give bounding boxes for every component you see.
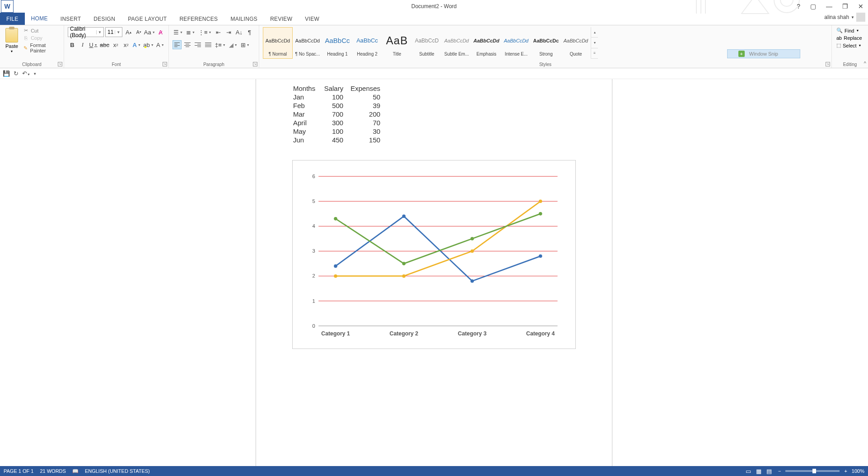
font-size-combo[interactable]: 11▼: [105, 27, 122, 37]
restore-icon[interactable]: ❐: [840, 2, 851, 11]
web-layout-button[interactable]: ▤: [765, 467, 774, 476]
chart[interactable]: 0123456Category 1Category 2Category 3Cat…: [292, 160, 576, 349]
repeat-button[interactable]: ↻: [14, 70, 19, 77]
style-subtleem[interactable]: AaBbCcDdSubtle Em...: [442, 27, 471, 59]
tab-mailings[interactable]: MAILINGS: [224, 13, 264, 25]
styles-up[interactable]: ▴: [591, 27, 598, 38]
text-effects-button[interactable]: A▼: [132, 40, 141, 50]
document-area[interactable]: MonthsSalaryExpenses Jan10050Feb50039Mar…: [0, 79, 868, 466]
style-heading[interactable]: AaBbCcHeading 1: [322, 27, 352, 59]
zoom-out-button[interactable]: −: [778, 468, 781, 474]
zoom-in-button[interactable]: +: [844, 468, 847, 474]
svg-text:Category 1: Category 1: [321, 330, 350, 337]
style-subtitle[interactable]: AaBbCcDSubtitle: [412, 27, 442, 59]
multilevel-button[interactable]: ⋮≡▼: [197, 27, 213, 37]
tab-file[interactable]: FILE: [0, 13, 25, 25]
word-count[interactable]: 21 WORDS: [40, 468, 65, 474]
borders-button[interactable]: ⊞▼: [240, 40, 251, 50]
increase-indent-button[interactable]: ⇥: [224, 27, 233, 37]
shading-button[interactable]: ◢▼: [228, 40, 238, 50]
svg-point-22: [471, 279, 474, 283]
undo-button[interactable]: ↶▼: [22, 70, 30, 77]
italic-button[interactable]: I: [78, 40, 87, 50]
copy-button: ⎘Copy: [22, 35, 60, 41]
align-left-button[interactable]: [173, 40, 182, 49]
save-button[interactable]: 💾: [3, 70, 10, 77]
style-emphasis[interactable]: AaBbCcDdEmphasis: [471, 27, 501, 59]
styles-more[interactable]: ≡: [591, 48, 598, 59]
clipboard-dialog-launcher[interactable]: ⇲: [58, 62, 62, 66]
style-quote[interactable]: AaBbCcDdQuote: [561, 27, 591, 59]
style-normal[interactable]: AaBbCcDd¶ Normal: [263, 27, 293, 59]
account-menu[interactable]: alina shah ▼: [824, 13, 865, 22]
replace-button[interactable]: abReplace: [835, 35, 864, 41]
collapse-ribbon-button[interactable]: ^: [864, 61, 866, 66]
align-center-button[interactable]: [183, 40, 192, 49]
close-icon[interactable]: ✕: [855, 2, 866, 11]
styles-dialog-launcher[interactable]: ⇲: [826, 62, 830, 66]
select-button[interactable]: ⬚Select▼: [835, 42, 864, 49]
decrease-indent-button[interactable]: ⇤: [214, 27, 223, 37]
paintbrush-icon: ✎: [23, 45, 28, 51]
clipboard-group-label: Clipboard: [4, 61, 60, 67]
zoom-level[interactable]: 100%: [852, 468, 864, 474]
svg-text:4: 4: [312, 223, 315, 229]
clear-formatting-button[interactable]: A̷: [156, 27, 165, 37]
style-intensee[interactable]: AaBbCcDdIntense E...: [501, 27, 531, 59]
font-dialog-launcher[interactable]: ⇲: [163, 62, 167, 66]
zoom-slider[interactable]: [785, 470, 840, 472]
style-nospac[interactable]: AaBbCcDd¶ No Spac...: [293, 27, 322, 59]
user-name: alina shah: [824, 14, 849, 20]
find-button[interactable]: 🔍Find▼: [835, 27, 864, 34]
shrink-font-button[interactable]: A▾: [134, 27, 143, 37]
style-strong[interactable]: AaBbCcDcStrong: [531, 27, 561, 59]
tab-view[interactable]: VIEW: [299, 13, 326, 25]
superscript-button[interactable]: x2: [121, 40, 131, 50]
bullets-button[interactable]: ☰▼: [173, 27, 184, 37]
tab-insert[interactable]: INSERT: [54, 13, 88, 25]
help-icon[interactable]: ?: [794, 2, 803, 11]
highlight-button[interactable]: ab▼: [143, 40, 154, 50]
format-painter-button[interactable]: ✎Format Painter: [22, 42, 60, 54]
ribbon-display-icon[interactable]: ▢: [807, 2, 819, 11]
cut-button[interactable]: ✂Cut: [22, 27, 60, 34]
style-heading[interactable]: AaBbCcHeading 2: [352, 27, 382, 59]
style-title[interactable]: AaBTitle: [382, 27, 412, 59]
grow-font-button[interactable]: A▴: [124, 27, 133, 37]
qat-customize-button[interactable]: ▾: [34, 71, 36, 76]
language-indicator[interactable]: ENGLISH (UNITED STATES): [85, 468, 150, 474]
print-layout-button[interactable]: ▦: [754, 467, 763, 476]
tab-references[interactable]: REFERENCES: [173, 13, 224, 25]
line-spacing-button[interactable]: ‡≡▼: [214, 40, 227, 50]
font-name-combo[interactable]: Calibri (Body)▼: [68, 27, 104, 37]
font-color-button[interactable]: A▼: [156, 40, 165, 50]
tab-review[interactable]: REVIEW: [264, 13, 299, 25]
data-table[interactable]: MonthsSalaryExpenses Jan10050Feb50039Mar…: [292, 84, 387, 145]
subscript-button[interactable]: x2: [111, 40, 120, 50]
numbering-button[interactable]: ≣▼: [185, 27, 196, 37]
bold-button[interactable]: B: [68, 40, 77, 50]
styles-down[interactable]: ▾: [591, 38, 598, 48]
window-snip-hint[interactable]: Window Snip: [727, 49, 800, 58]
minimize-icon[interactable]: —: [823, 2, 835, 11]
svg-text:Category 3: Category 3: [458, 330, 487, 337]
tab-design[interactable]: DESIGN: [87, 13, 121, 25]
title-bar: W Document2 - Word ? ▢ — ❐ ✕: [0, 0, 868, 13]
tab-page-layout[interactable]: PAGE LAYOUT: [121, 13, 173, 25]
justify-button[interactable]: [204, 40, 213, 49]
ribbon: Paste ▼ ✂Cut ⎘Copy ✎Format Painter Clipb…: [0, 25, 868, 68]
change-case-button[interactable]: Aa▼: [145, 27, 154, 37]
strikethrough-button[interactable]: abc: [99, 40, 110, 50]
align-right-button[interactable]: [193, 40, 202, 49]
group-editing: 🔍Find▼ abReplace ⬚Select▼ Editing: [832, 25, 868, 68]
paste-button[interactable]: Paste ▼: [4, 27, 20, 54]
avatar-icon: [856, 13, 865, 22]
page-indicator[interactable]: PAGE 1 OF 1: [4, 468, 33, 474]
underline-button[interactable]: U▼: [89, 40, 98, 50]
show-marks-button[interactable]: ¶: [245, 27, 254, 37]
sort-button[interactable]: A↓: [234, 27, 243, 37]
paragraph-dialog-launcher[interactable]: ⇲: [253, 62, 257, 66]
proofing-icon[interactable]: 📖: [72, 468, 79, 474]
tab-home[interactable]: HOME: [25, 13, 54, 25]
read-mode-button[interactable]: ▭: [744, 467, 753, 476]
